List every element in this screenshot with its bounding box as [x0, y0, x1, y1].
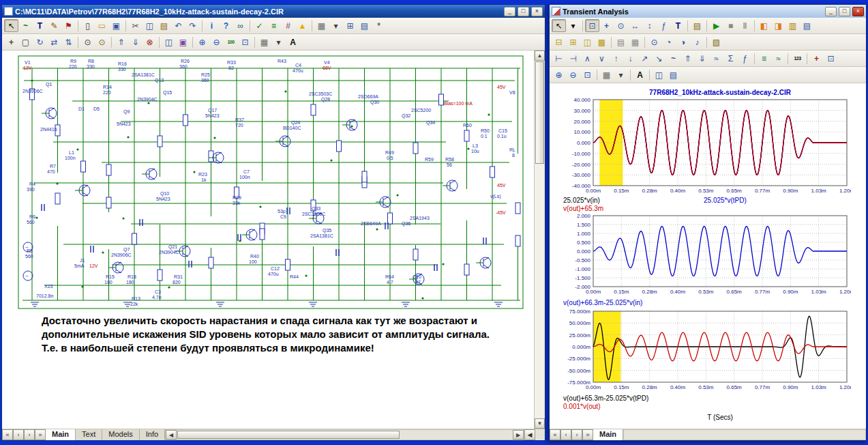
close-button[interactable]: ×	[531, 7, 543, 16]
select-dropdown-icon[interactable]: ▾	[566, 19, 580, 32]
slope-down-icon[interactable]: ↘	[652, 52, 666, 65]
waveform-buffer-icon[interactable]: ≡	[757, 52, 771, 65]
global-low-icon[interactable]: ⇓	[695, 52, 709, 65]
stop-icon[interactable]: ■	[723, 19, 738, 32]
vertical-scrollbar[interactable]: ▲ ▼	[534, 51, 545, 429]
step-down-icon[interactable]: ⇓	[128, 35, 143, 48]
step-up-icon[interactable]: ⇑	[114, 35, 128, 48]
performance-tag-mode-icon[interactable]: ƒ	[657, 19, 671, 32]
minimize-button[interactable]: _	[504, 7, 515, 16]
normalize-icon[interactable]: ◨	[771, 19, 785, 32]
scroll-up-button[interactable]: ▲	[535, 51, 545, 61]
zoom-percent-icon[interactable]: 100	[224, 35, 238, 48]
reduce-points-icon[interactable]: ◧	[757, 19, 771, 32]
rotate-icon[interactable]: ↻	[33, 35, 47, 48]
warning-icon[interactable]: ▲	[295, 19, 310, 32]
find-next-icon[interactable]: ⊙	[95, 35, 109, 48]
expression-scaled-vout[interactable]: 0.001*v(out)	[563, 403, 600, 410]
slope-up-icon[interactable]: ↗	[638, 52, 652, 65]
expression-diff-in[interactable]: v(out)+66.3m-25.025*v(in)	[563, 299, 642, 306]
undo-icon[interactable]: ↶	[171, 19, 185, 32]
plot-bottom[interactable]: 0.00m0.15m0.28m0.40m0.53m0.65m0.77m0.90m…	[555, 310, 851, 393]
scroll-right-button[interactable]: ▶	[513, 430, 524, 440]
select-box-icon[interactable]: ▢	[18, 35, 33, 48]
zoom-out-icon[interactable]: ⊖	[566, 68, 580, 81]
three-d-windows-icon[interactable]: ▧	[709, 35, 723, 48]
numeric-values-icon[interactable]: 123	[790, 52, 805, 65]
vertical-tag-mode-icon[interactable]: ↕	[642, 19, 657, 32]
scroll-down-button[interactable]: ▼	[535, 418, 545, 429]
copy-icon[interactable]: ◫	[143, 19, 157, 32]
page-info-icon[interactable]: ▤	[357, 19, 372, 32]
graphics-mode-icon[interactable]: ✎	[47, 19, 61, 32]
expression-diff-tpd[interactable]: v(out)+65.3m-25.025*v(tPD)	[563, 394, 648, 402]
select-tool-icon[interactable]: ↖	[4, 19, 18, 32]
schematic-nav-2[interactable]: ›	[24, 429, 35, 440]
inflection-icon[interactable]: ~	[666, 52, 680, 65]
pause-icon[interactable]: ‖	[738, 19, 752, 32]
flip-horizontal-icon[interactable]: ⇄	[47, 35, 61, 48]
add-page-icon[interactable]: ⊞	[343, 19, 357, 32]
schematic-tab-info[interactable]: Info	[140, 429, 165, 440]
split-text-icon[interactable]: ▤	[614, 35, 628, 48]
schematic-tab-text[interactable]: Text	[76, 429, 102, 440]
state-clock-icon[interactable]: ◑	[676, 35, 690, 48]
horizontal-scroll-thumb[interactable]	[177, 431, 399, 439]
run-icon[interactable]: ▶	[709, 19, 723, 32]
select-tool-icon[interactable]: ↖	[552, 19, 566, 32]
text-mode-icon[interactable]: T	[33, 19, 47, 32]
flip-vertical-icon[interactable]: ⇅	[61, 35, 76, 48]
schematic-titlebar[interactable]: C:\MC11\DATA\Petrov\77R68H2\77R68H2_10kH…	[2, 5, 545, 18]
zoom-mode-icon[interactable]: ⊡	[585, 19, 599, 32]
horizontal-scrollbar[interactable]: ◀ ▶	[165, 429, 524, 440]
low-icon[interactable]: ↓	[623, 52, 638, 65]
maximize-button[interactable]: □	[518, 7, 529, 16]
global-high-icon[interactable]: ⇑	[680, 52, 695, 65]
vertical-scroll-track[interactable]	[535, 164, 545, 418]
copy-page-icon[interactable]: ▣	[176, 35, 190, 48]
zoom-area-icon[interactable]: ⊡	[580, 68, 595, 81]
help-mode-icon[interactable]: ?	[219, 19, 233, 32]
analysis-nav-2[interactable]: ›	[571, 429, 582, 440]
pan-tool-icon[interactable]: +	[4, 35, 18, 48]
performance-icon[interactable]: ƒ	[738, 52, 752, 65]
copy-graph-icon[interactable]: ◫	[652, 68, 666, 81]
zoom-in-icon[interactable]: ⊕	[195, 35, 209, 48]
watch-icon[interactable]: ⊙	[647, 35, 661, 48]
cascade-icon[interactable]: ◫	[580, 35, 595, 48]
high-icon[interactable]: ↑	[609, 52, 623, 65]
vertical-scroll-thumb[interactable]	[535, 61, 544, 164]
animate-icon[interactable]: ◔	[661, 35, 676, 48]
overlap-icon[interactable]: ▩	[595, 35, 609, 48]
point-to-point-icon[interactable]: ∞	[233, 19, 248, 32]
fourier-icon[interactable]: Σ	[723, 52, 738, 65]
display-dropdown-icon[interactable]: ▾	[271, 35, 286, 48]
schematic-nav-1[interactable]: ‹	[13, 429, 24, 440]
schematic-canvas[interactable]: ~~V112VQ12N3906CR9220R8330R163302SA1381C…	[2, 51, 534, 429]
next-branch-icon[interactable]: ⊢	[552, 52, 566, 65]
audio-icon[interactable]: ♪	[690, 35, 704, 48]
point-tag-mode-icon[interactable]: ⊙	[614, 19, 628, 32]
split-plot-icon[interactable]: ▦	[628, 35, 642, 48]
plot-middle[interactable]: 0.00m0.15m0.28m0.40m0.53m0.65m0.77m0.90m…	[555, 214, 851, 298]
tile-horizontal-icon[interactable]: ⊟	[552, 35, 566, 48]
redo-icon[interactable]: ↷	[185, 19, 200, 32]
schematic-nav-3[interactable]: »	[35, 429, 46, 440]
horizontal-scroll-track[interactable]	[400, 430, 513, 440]
horizontal-tag-mode-icon[interactable]: ↔	[628, 19, 642, 32]
wire-mode-icon[interactable]: ~	[18, 19, 33, 32]
numeric-output-icon[interactable]: ▤	[800, 19, 814, 32]
analysis-titlebar[interactable]: Transient Analysis _ □ ×	[550, 5, 866, 18]
node-numbers-icon[interactable]: #	[281, 19, 295, 32]
previous-branch-icon[interactable]: ⊣	[566, 52, 580, 65]
paste-icon[interactable]: ▤	[157, 19, 171, 32]
properties-icon[interactable]: ▤	[690, 19, 704, 32]
tag-point-icon[interactable]: ⊡	[824, 52, 838, 65]
copy-numeric-icon[interactable]: ▤	[666, 68, 680, 81]
cut-icon[interactable]: ✂	[128, 19, 143, 32]
grid-dropdown-icon[interactable]: ▾	[329, 19, 343, 32]
expression-vtpd[interactable]: 25.025*v(tPD)	[704, 197, 747, 204]
analysis-minimize-button[interactable]: _	[825, 7, 837, 16]
tile-vertical-icon[interactable]: ⊞	[566, 35, 580, 48]
digital-paths-icon[interactable]: ≡	[267, 19, 281, 32]
